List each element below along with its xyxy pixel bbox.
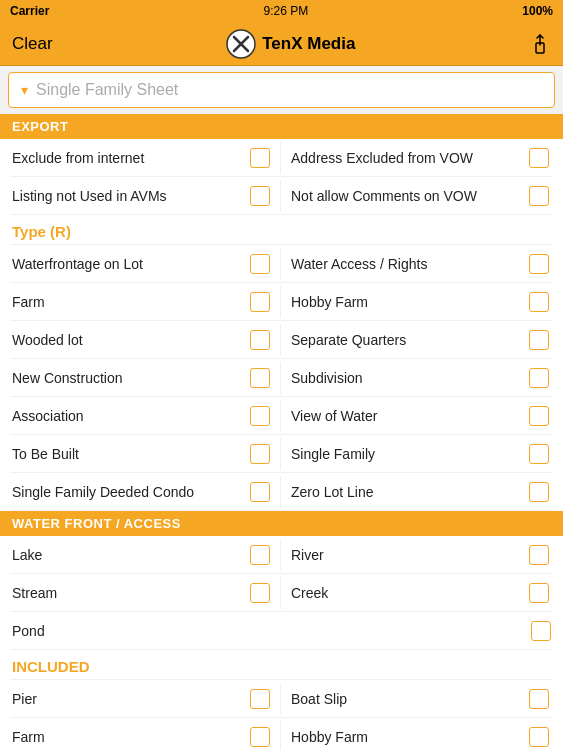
- waterfront-label-right-1: Creek: [291, 585, 529, 601]
- waterfront-label-right-0: River: [291, 547, 529, 563]
- waterfront-label-left-1: Stream: [12, 585, 250, 601]
- sheet-dropdown[interactable]: ▾ Single Family Sheet: [8, 72, 555, 108]
- battery-label: 100%: [522, 4, 553, 18]
- type-label-right-2: Separate Quarters: [291, 332, 529, 348]
- type-col-right-4: View of Water: [281, 400, 553, 432]
- type-label-right-1: Hobby Farm: [291, 294, 529, 310]
- included-row-1: Farm Hobby Farm: [10, 718, 553, 750]
- export-checkbox-left-0[interactable]: [250, 148, 270, 168]
- time-label: 9:26 PM: [263, 4, 308, 18]
- type-checkbox-left-1[interactable]: [250, 292, 270, 312]
- status-bar: Carrier 9:26 PM 100%: [0, 0, 563, 22]
- included-checkbox-right-1[interactable]: [529, 727, 549, 747]
- type-label-right-5: Single Family: [291, 446, 529, 462]
- waterfront-col-right-1: Creek: [281, 577, 553, 609]
- type-label-left-4: Association: [12, 408, 250, 424]
- carrier-label: Carrier: [10, 4, 49, 18]
- dropdown-arrow-icon: ▾: [21, 82, 28, 98]
- export-checkbox-right-1[interactable]: [529, 186, 549, 206]
- type-checkbox-right-5[interactable]: [529, 444, 549, 464]
- included-section-label: INCLUDED: [10, 650, 553, 679]
- waterfront-checkbox-left-1[interactable]: [250, 583, 270, 603]
- included-col-left-1: Farm: [10, 721, 281, 751]
- included-col-left-0: Pier: [10, 683, 281, 715]
- waterfront-row-1: Stream Creek: [10, 574, 553, 612]
- type-checkbox-left-5[interactable]: [250, 444, 270, 464]
- included-label-left-1: Farm: [12, 729, 250, 745]
- type-checkbox-right-6[interactable]: [529, 482, 549, 502]
- waterfront-row-0: Lake River: [10, 536, 553, 574]
- type-label-left-2: Wooded lot: [12, 332, 250, 348]
- waterfront-checkbox-right-0[interactable]: [529, 545, 549, 565]
- dropdown-placeholder: Single Family Sheet: [36, 81, 178, 99]
- type-col-left-1: Farm: [10, 286, 281, 318]
- export-col-right-1: Not allow Comments on VOW: [281, 180, 553, 212]
- export-col-left-0: Exclude from internet: [10, 142, 281, 174]
- type-checkbox-left-4[interactable]: [250, 406, 270, 426]
- type-row-2: Wooded lot Separate Quarters: [10, 321, 553, 359]
- type-checkbox-right-0[interactable]: [529, 254, 549, 274]
- type-label-right-3: Subdivision: [291, 370, 529, 386]
- waterfront-checkbox-left-0[interactable]: [250, 545, 270, 565]
- type-col-left-5: To Be Built: [10, 438, 281, 470]
- type-col-left-0: Waterfrontage on Lot: [10, 248, 281, 280]
- clear-button[interactable]: Clear: [12, 34, 53, 54]
- export-row-0: Exclude from internet Address Excluded f…: [10, 139, 553, 177]
- type-label-left-6: Single Family Deeded Condo: [12, 484, 250, 500]
- type-col-right-2: Separate Quarters: [281, 324, 553, 356]
- type-checkbox-right-1[interactable]: [529, 292, 549, 312]
- type-label-left-5: To Be Built: [12, 446, 250, 462]
- type-checkbox-left-3[interactable]: [250, 368, 270, 388]
- type-section-label: Type (R): [10, 215, 553, 244]
- type-checkbox-right-3[interactable]: [529, 368, 549, 388]
- type-checkbox-left-2[interactable]: [250, 330, 270, 350]
- waterfront-col-left-1: Stream: [10, 577, 281, 609]
- included-label-right-0: Boat Slip: [291, 691, 529, 707]
- included-checkbox-left-1[interactable]: [250, 727, 270, 747]
- export-section-header: EXPORT: [0, 114, 563, 139]
- included-checkbox-right-0[interactable]: [529, 689, 549, 709]
- type-label-left-3: New Construction: [12, 370, 250, 386]
- type-row-1: Farm Hobby Farm: [10, 283, 553, 321]
- included-section-label-row: INCLUDED: [10, 650, 553, 680]
- type-row-3: New Construction Subdivision: [10, 359, 553, 397]
- export-label-right-1: Not allow Comments on VOW: [291, 188, 529, 204]
- export-checkbox-left-1[interactable]: [250, 186, 270, 206]
- type-checkbox-left-0[interactable]: [250, 254, 270, 274]
- waterfront-label-pond: Pond: [12, 623, 531, 639]
- tenx-logo-icon: [226, 29, 256, 59]
- waterfront-section-content: Lake River Stream Creek Pond INCLUDED Pi…: [0, 536, 563, 750]
- export-section-content: Exclude from internet Address Excluded f…: [0, 139, 563, 511]
- type-checkbox-right-2[interactable]: [529, 330, 549, 350]
- included-col-right-0: Boat Slip: [281, 683, 553, 715]
- type-row-5: To Be Built Single Family: [10, 435, 553, 473]
- share-icon[interactable]: [529, 33, 551, 55]
- type-col-left-4: Association: [10, 400, 281, 432]
- included-label-left-0: Pier: [12, 691, 250, 707]
- waterfront-checkbox-pond[interactable]: [531, 621, 551, 641]
- type-col-right-6: Zero Lot Line: [281, 476, 553, 508]
- type-checkbox-right-4[interactable]: [529, 406, 549, 426]
- type-row-6: Single Family Deeded Condo Zero Lot Line: [10, 473, 553, 511]
- type-label-left-1: Farm: [12, 294, 250, 310]
- type-checkbox-left-6[interactable]: [250, 482, 270, 502]
- header-center: TenX Media: [226, 29, 355, 59]
- export-label-left-1: Listing not Used in AVMs: [12, 188, 250, 204]
- waterfront-checkbox-right-1[interactable]: [529, 583, 549, 603]
- type-col-right-3: Subdivision: [281, 362, 553, 394]
- type-col-left-3: New Construction: [10, 362, 281, 394]
- export-label-right-0: Address Excluded from VOW: [291, 150, 529, 166]
- type-label-right-0: Water Access / Rights: [291, 256, 529, 272]
- waterfront-col-left-0: Lake: [10, 539, 281, 571]
- waterfront-label-left-0: Lake: [12, 547, 250, 563]
- export-col-left-1: Listing not Used in AVMs: [10, 180, 281, 212]
- type-col-right-0: Water Access / Rights: [281, 248, 553, 280]
- export-checkbox-right-0[interactable]: [529, 148, 549, 168]
- header: Clear TenX Media: [0, 22, 563, 66]
- type-label-right-4: View of Water: [291, 408, 529, 424]
- header-title: TenX Media: [262, 34, 355, 54]
- waterfront-col-right-0: River: [281, 539, 553, 571]
- type-col-left-2: Wooded lot: [10, 324, 281, 356]
- export-label-left-0: Exclude from internet: [12, 150, 250, 166]
- included-checkbox-left-0[interactable]: [250, 689, 270, 709]
